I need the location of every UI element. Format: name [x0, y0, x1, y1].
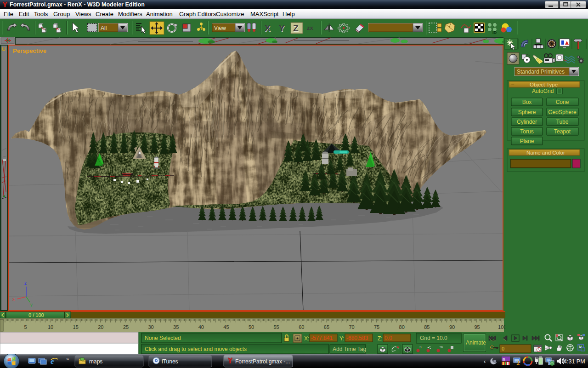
svg-text:Plane: Plane [520, 138, 534, 144]
svg-text:45: 45 [223, 324, 229, 330]
svg-text:15: 15 [73, 324, 79, 330]
svg-text:-577.841: -577.841 [311, 335, 333, 341]
svg-text:Object Type: Object Type [530, 82, 558, 87]
svg-text:y: y [30, 302, 33, 307]
svg-text:Box: Box [522, 99, 532, 105]
svg-text:Name and Color: Name and Color [526, 150, 565, 155]
svg-text:35: 35 [173, 324, 179, 330]
svg-text:Sphere: Sphere [518, 109, 536, 115]
svg-text:X: X [265, 23, 271, 33]
svg-text:100: 100 [498, 324, 505, 330]
svg-text:Cylinder: Cylinder [517, 119, 537, 125]
svg-text:iTunes: iTunes [162, 358, 178, 365]
svg-text:Grid = 10.0: Grid = 10.0 [420, 335, 447, 341]
svg-text:95: 95 [474, 324, 480, 330]
svg-text:10: 10 [48, 324, 53, 330]
svg-text:Torus: Torus [520, 128, 533, 135]
svg-text:Perspective: Perspective [13, 47, 46, 54]
svg-text:x: x [12, 297, 15, 302]
svg-text:0.0: 0.0 [384, 335, 392, 341]
svg-text:3: 3 [419, 345, 422, 349]
svg-text:m: m [503, 357, 505, 362]
svg-text:X:: X: [304, 335, 309, 342]
svg-text:65: 65 [324, 324, 329, 330]
svg-text:–: – [511, 150, 514, 155]
svg-text:All: All [101, 25, 107, 31]
svg-text:70: 70 [349, 324, 354, 330]
svg-text:2: 2 [516, 359, 520, 367]
svg-text:90: 90 [449, 324, 455, 330]
svg-text:Click and drag to select and m: Click and drag to select and move object… [145, 346, 247, 352]
svg-text:Y:: Y: [339, 335, 345, 342]
svg-text:–: – [511, 81, 514, 87]
svg-text:AutoGrid: AutoGrid [532, 88, 554, 94]
svg-text:0 / 100: 0 / 100 [28, 312, 44, 318]
svg-text:‹: ‹ [484, 358, 486, 365]
svg-text:Add Time Tag: Add Time Tag [333, 346, 366, 352]
svg-text:Teapot: Teapot [554, 128, 571, 135]
svg-text:30: 30 [148, 324, 153, 330]
svg-text:Tube: Tube [556, 119, 569, 125]
svg-text:60: 60 [299, 324, 304, 330]
svg-text:4:31 PM: 4:31 PM [564, 358, 585, 365]
svg-text:zx: zx [307, 24, 314, 31]
svg-text:55: 55 [273, 324, 279, 330]
svg-text:ID: ID [492, 30, 497, 35]
svg-text:GeoSphere: GeoSphere [548, 109, 577, 115]
svg-text:ForrestPatrol.gmax -...: ForrestPatrol.gmax -... [235, 358, 290, 365]
svg-text:85: 85 [424, 324, 430, 330]
svg-text:z: z [24, 281, 27, 286]
svg-text:25: 25 [123, 324, 129, 330]
svg-text:5: 5 [24, 324, 27, 330]
svg-text:maps: maps [89, 358, 102, 365]
svg-text:Cone: Cone [556, 99, 569, 105]
svg-text:Z: Z [293, 23, 299, 33]
svg-text:0: 0 [502, 346, 504, 351]
svg-text:75: 75 [374, 324, 379, 330]
svg-text:50: 50 [249, 324, 254, 330]
svg-text:80: 80 [399, 324, 405, 330]
svg-text:%: % [440, 345, 443, 349]
svg-text:View: View [214, 25, 226, 31]
svg-text:»: » [66, 356, 69, 362]
svg-text:Standard Primitives: Standard Primitives [517, 69, 565, 75]
svg-text:None Selected: None Selected [145, 335, 181, 341]
svg-text:40: 40 [198, 324, 204, 330]
svg-text:Animate: Animate [466, 339, 486, 346]
svg-text:20: 20 [98, 324, 103, 330]
svg-text:U: U [2, 46, 6, 52]
svg-text:Y: Y [279, 23, 285, 33]
svg-text:Z:: Z: [378, 335, 383, 342]
svg-text:-680.583: -680.583 [346, 335, 368, 341]
